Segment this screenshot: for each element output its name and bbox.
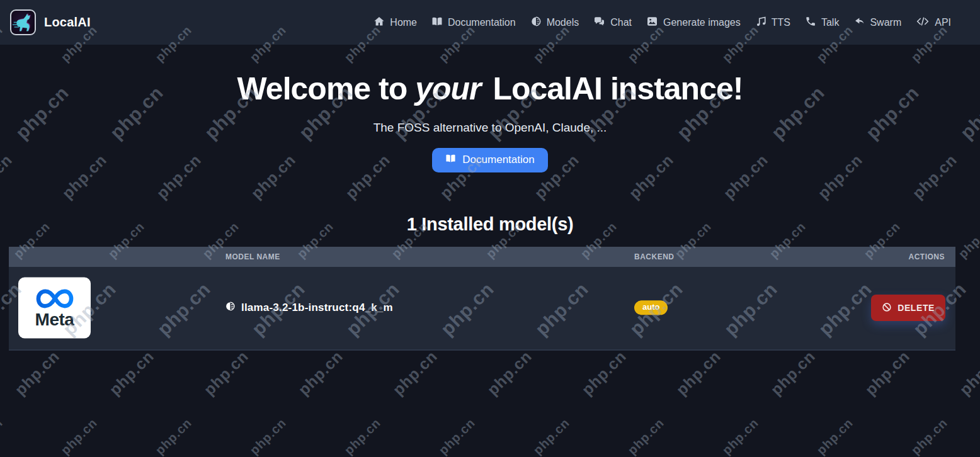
nav-label: Generate images: [663, 17, 741, 28]
nav-label: Swarm: [870, 17, 901, 28]
phone-icon: [805, 16, 816, 30]
nav-label: TTS: [772, 17, 790, 28]
nav-label: Chat: [610, 17, 632, 28]
watermark-text: php.cn: [814, 415, 856, 457]
brain-icon: [530, 16, 542, 30]
backend-badge: auto: [634, 300, 668, 315]
hero-subtitle: The FOSS alternative to OpenAI, Claude, …: [0, 121, 980, 135]
nav-item-home[interactable]: Home: [373, 16, 417, 30]
nav-label: Talk: [821, 17, 839, 28]
nav-item-tts[interactable]: TTS: [755, 16, 790, 30]
nav-item-generate-images[interactable]: Generate images: [646, 16, 741, 30]
main-nav: Home Documentation Models Chat: [373, 16, 951, 30]
main-content: Welcome to your LocalAI instance! The FO…: [0, 45, 980, 351]
llama-icon: [11, 11, 35, 34]
meta-logo: Meta: [18, 278, 91, 339]
model-name-label: llama-3.2-1b-instruct:q4_k_m: [241, 302, 393, 314]
chat-bubbles-icon: [593, 16, 605, 30]
watermark-text: php.cn: [295, 347, 347, 399]
book-open-icon: [445, 153, 456, 167]
localai-page: LocalAI Home Documentation Models: [0, 0, 980, 457]
column-header-model-name: MODEL NAME: [225, 247, 280, 267]
top-navbar: LocalAI Home Documentation Models: [0, 0, 980, 45]
watermark-text: php.cn: [908, 415, 950, 457]
music-note-icon: [755, 16, 766, 30]
nav-label: Models: [547, 17, 579, 28]
code-icon: [916, 16, 930, 30]
nav-item-swarm[interactable]: Swarm: [853, 16, 901, 30]
page-title: Welcome to your LocalAI instance!: [0, 45, 980, 106]
watermark-text: php.cn: [956, 347, 980, 399]
installed-models-heading: 1 Installed model(s): [0, 214, 980, 235]
nav-item-chat[interactable]: Chat: [593, 16, 632, 30]
nav-item-talk[interactable]: Talk: [805, 16, 839, 30]
documentation-button-label: Documentation: [462, 154, 534, 166]
watermark-text: php.cn: [530, 415, 573, 457]
model-name: llama-3.2-1b-instruct:q4_k_m: [225, 301, 393, 315]
model-table-row: Meta llama-3.2-1b-instruct:q4_k_m auto D…: [9, 267, 955, 351]
watermark-text: php.cn: [0, 415, 6, 457]
models-table: MODEL NAME BACKEND ACTIONS: [9, 247, 955, 351]
nav-label: Documentation: [448, 17, 516, 28]
nav-item-models[interactable]: Models: [530, 16, 579, 30]
delete-button[interactable]: DELETE: [871, 295, 945, 321]
watermark-text: php.cn: [389, 347, 442, 399]
title-post: LocalAI instance!: [485, 71, 743, 106]
watermark-text: php.cn: [436, 415, 478, 457]
watermark-text: php.cn: [719, 415, 761, 457]
column-header-actions: ACTIONS: [909, 247, 945, 267]
nav-item-api[interactable]: API: [916, 16, 951, 30]
watermark-text: php.cn: [200, 347, 253, 399]
nav-item-documentation[interactable]: Documentation: [431, 16, 516, 30]
watermark-text: php.cn: [341, 415, 384, 457]
brand-name: LocalAI: [44, 15, 91, 30]
watermark-text: php.cn: [106, 347, 158, 399]
watermark-text: php.cn: [58, 415, 100, 457]
table-header-row: MODEL NAME BACKEND ACTIONS: [9, 247, 955, 267]
watermark-text: php.cn: [247, 415, 289, 457]
home-icon: [373, 16, 385, 30]
title-pre: Welcome to: [237, 71, 416, 106]
meta-wordmark: Meta: [35, 311, 74, 329]
image-icon: [646, 16, 658, 30]
watermark-text: php.cn: [862, 347, 914, 399]
meta-infinity-icon: [33, 288, 76, 310]
brand-home-link[interactable]: LocalAI: [10, 9, 91, 35]
brain-icon: [225, 301, 236, 315]
delete-button-label: DELETE: [897, 303, 935, 313]
watermark-text: php.cn: [625, 415, 667, 457]
book-open-icon: [431, 16, 443, 30]
column-header-backend: BACKEND: [634, 247, 675, 267]
watermark-text: php.cn: [152, 415, 195, 457]
ban-icon: [882, 302, 892, 314]
watermark-text: php.cn: [484, 347, 536, 399]
watermark-text: php.cn: [767, 347, 819, 399]
watermark-text: php.cn: [673, 347, 725, 399]
nav-label: Home: [390, 17, 417, 28]
documentation-button[interactable]: Documentation: [432, 148, 547, 172]
watermark-text: php.cn: [578, 347, 630, 399]
localai-llama-logo: [10, 9, 36, 35]
watermark-text: php.cn: [11, 347, 64, 399]
nav-label: API: [935, 17, 951, 28]
title-emphasis: your: [415, 71, 484, 106]
share-arrow-icon: [853, 16, 865, 30]
